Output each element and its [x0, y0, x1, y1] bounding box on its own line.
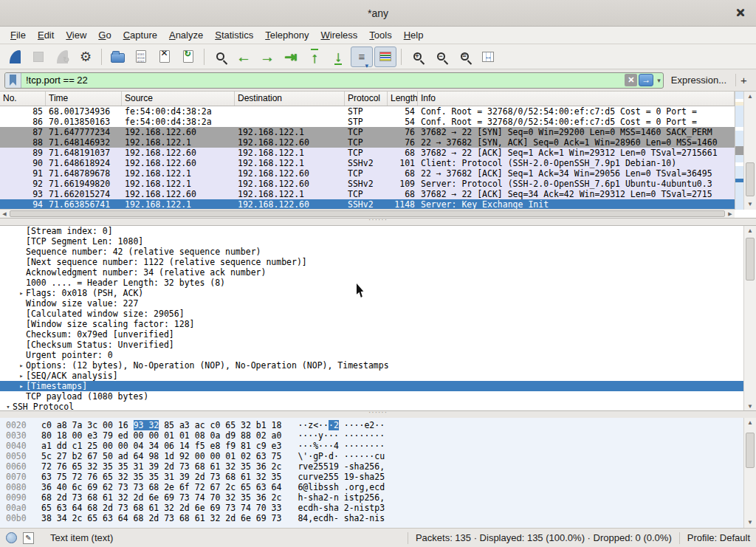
- hex-row-0060[interactable]: 006072 76 65 32 35 35 31 39 2d 73 68 61 …: [0, 461, 756, 472]
- scroll-down-icon[interactable]: ▼: [744, 199, 756, 210]
- expand-arrow-icon[interactable]: ▸: [17, 381, 26, 391]
- scroll-down-icon[interactable]: ▼: [744, 517, 756, 528]
- expression-button[interactable]: Expression...: [664, 75, 734, 86]
- go-forward-button[interactable]: →: [256, 47, 278, 67]
- packet-row-88[interactable]: 8871.648146932192.168.122.1192.168.122.6…: [0, 137, 735, 148]
- hex-row-0040[interactable]: 0040a1 dd c1 25 00 00 04 34 06 14 f5 e8 …: [0, 441, 756, 451]
- open-file-button[interactable]: [106, 47, 128, 67]
- packet-row-85[interactable]: 8568.001734936fe:54:00:d4:38:2aSTP54Conf…: [0, 106, 735, 117]
- find-packet-button[interactable]: [209, 47, 231, 67]
- packet-row-89[interactable]: 8971.648191037192.168.122.60192.168.122.…: [0, 148, 735, 158]
- scroll-up-icon[interactable]: ▲: [744, 226, 756, 236]
- detail-line[interactable]: [Next sequence number: 1122 (relative se…: [0, 257, 743, 267]
- hex-row-0080[interactable]: 008036 40 6c 69 62 73 73 68 2e 6f 72 67 …: [0, 482, 756, 492]
- window-close-icon[interactable]: 🗙: [734, 7, 747, 20]
- go-back-button[interactable]: ←: [233, 47, 255, 67]
- packet-row-93[interactable]: 9371.662015274192.168.122.60192.168.122.…: [0, 189, 735, 199]
- zoom-out-button[interactable]: −: [430, 47, 452, 67]
- menu-capture[interactable]: Capture: [117, 27, 163, 43]
- save-file-button[interactable]: 0101 0110 0101: [130, 47, 152, 67]
- column-header-no[interactable]: No.: [0, 92, 46, 106]
- scrollbar-thumb[interactable]: [746, 433, 755, 468]
- menu-wireless[interactable]: Wireless: [315, 27, 364, 43]
- detail-line[interactable]: ▸[Timestamps]: [0, 381, 743, 391]
- expert-info-icon[interactable]: [6, 532, 17, 543]
- hex-row-0030[interactable]: 003080 18 00 e3 79 ed 00 00 01 01 08 0a …: [0, 430, 756, 441]
- menu-file[interactable]: File: [4, 27, 32, 43]
- filter-clear-button[interactable]: ✕: [625, 74, 637, 86]
- packet-list-hscrollbar[interactable]: ◀ ▶: [0, 209, 735, 218]
- expand-arrow-icon[interactable]: ▸: [17, 360, 26, 371]
- scroll-left-icon[interactable]: ◀: [0, 210, 9, 218]
- display-filter-input[interactable]: [21, 75, 625, 86]
- hex-row-0090[interactable]: 009068 2d 73 68 61 32 2d 6e 69 73 74 70 …: [0, 492, 756, 503]
- go-first-button[interactable]: ↑: [303, 47, 326, 67]
- start-capture-button[interactable]: [4, 47, 26, 67]
- column-header-protocol[interactable]: Protocol: [345, 92, 388, 106]
- packet-row-87[interactable]: 8771.647777234192.168.122.60192.168.122.…: [0, 127, 735, 137]
- window-titlebar[interactable]: *any 🗙: [0, 0, 756, 27]
- close-file-button[interactable]: ✕: [154, 47, 176, 67]
- menu-view[interactable]: View: [60, 27, 92, 43]
- detail-line[interactable]: TCP payload (1080 bytes): [0, 391, 743, 402]
- detail-line[interactable]: Checksum: 0x79ed [unverified]: [0, 329, 743, 340]
- detail-line[interactable]: [Checksum Status: Unverified]: [0, 340, 743, 350]
- filter-apply-button[interactable]: →: [639, 74, 653, 86]
- resize-columns-button[interactable]: [477, 47, 499, 67]
- expand-arrow-icon[interactable]: ▾: [4, 402, 13, 410]
- column-header-destination[interactable]: Destination: [235, 92, 345, 106]
- colorize-button[interactable]: [374, 47, 396, 67]
- menu-statistics[interactable]: Statistics: [209, 27, 259, 43]
- restart-capture-button[interactable]: ↻: [51, 47, 73, 67]
- details-vscrollbar[interactable]: ▲ ▼: [743, 226, 756, 411]
- menu-telephony[interactable]: Telephony: [259, 27, 315, 43]
- scroll-right-icon[interactable]: ▶: [726, 210, 735, 218]
- hex-row-0070[interactable]: 007063 75 72 76 65 32 35 35 31 39 2d 73 …: [0, 472, 756, 482]
- detail-line[interactable]: [Stream index: 0]: [0, 226, 743, 236]
- zoom-in-button[interactable]: +: [406, 47, 428, 67]
- packet-list-minimap[interactable]: [735, 92, 743, 210]
- hex-row-0020[interactable]: 0020c0 a8 7a 3c 00 16 93 32 85 a3 ac c0 …: [0, 420, 756, 430]
- menu-analyze[interactable]: Analyze: [163, 27, 209, 43]
- capture-options-button[interactable]: ⚙: [75, 47, 97, 67]
- detail-line[interactable]: ▸[SEQ/ACK analysis]: [0, 371, 743, 381]
- zoom-reset-button[interactable]: =: [453, 47, 475, 67]
- column-header-time[interactable]: Time: [46, 92, 122, 106]
- packet-row-90[interactable]: 9071.648618924192.168.122.60192.168.122.…: [0, 158, 735, 168]
- column-header-source[interactable]: Source: [122, 92, 235, 106]
- scroll-up-icon[interactable]: ▲: [744, 92, 756, 102]
- bytes-vscrollbar[interactable]: ▲ ▼: [743, 418, 756, 528]
- capture-comment-icon[interactable]: ✎: [23, 532, 34, 544]
- expand-arrow-icon[interactable]: ▸: [17, 371, 26, 381]
- packet-row-91[interactable]: 9171.648789678192.168.122.1192.168.122.6…: [0, 168, 735, 179]
- hex-row-00a0[interactable]: 00a065 63 64 68 2d 73 68 61 32 2d 6e 69 …: [0, 503, 756, 513]
- expand-arrow-icon[interactable]: ▸: [17, 288, 26, 298]
- pane-splitter[interactable]: [0, 411, 756, 418]
- packet-row-86[interactable]: 8670.013850163fe:54:00:d4:38:2aSTP54Conf…: [0, 117, 735, 127]
- scrollbar-thumb[interactable]: [10, 210, 725, 217]
- auto-scroll-button[interactable]: ≡: [351, 47, 373, 67]
- scrollbar-thumb[interactable]: [746, 162, 755, 196]
- filter-add-button[interactable]: +: [735, 74, 752, 86]
- go-last-button[interactable]: ↓: [327, 47, 349, 67]
- detail-line[interactable]: [Window size scaling factor: 128]: [0, 319, 743, 329]
- detail-line[interactable]: [Calculated window size: 29056]: [0, 309, 743, 319]
- menu-help[interactable]: Help: [398, 27, 430, 43]
- detail-line[interactable]: ▸Options: (12 bytes), No-Operation (NOP)…: [0, 360, 743, 371]
- menu-tools[interactable]: Tools: [363, 27, 397, 43]
- detail-line[interactable]: Window size value: 227: [0, 298, 743, 309]
- detail-line[interactable]: Sequence number: 42 (relative sequence n…: [0, 247, 743, 257]
- hex-row-00b0[interactable]: 00b038 34 2c 65 63 64 68 2d 73 68 61 32 …: [0, 513, 756, 523]
- reload-file-button[interactable]: ↻: [177, 47, 199, 67]
- go-to-packet-button[interactable]: ⇥: [280, 47, 302, 67]
- scrollbar-thumb[interactable]: [746, 238, 755, 281]
- column-header-info[interactable]: Info: [418, 92, 735, 106]
- filter-history-dropdown-icon[interactable]: ▾: [655, 77, 663, 84]
- packet-list-vscrollbar[interactable]: ▲ ▼: [743, 92, 756, 210]
- detail-line[interactable]: Urgent pointer: 0: [0, 350, 743, 360]
- menu-edit[interactable]: Edit: [32, 27, 60, 43]
- packet-row-94[interactable]: 9471.663856741192.168.122.1192.168.122.6…: [0, 199, 735, 210]
- detail-line[interactable]: Acknowledgment number: 34 (relative ack …: [0, 267, 743, 278]
- packet-row-92[interactable]: 9271.661949820192.168.122.1192.168.122.6…: [0, 179, 735, 189]
- detail-line[interactable]: [TCP Segment Len: 1080]: [0, 236, 743, 247]
